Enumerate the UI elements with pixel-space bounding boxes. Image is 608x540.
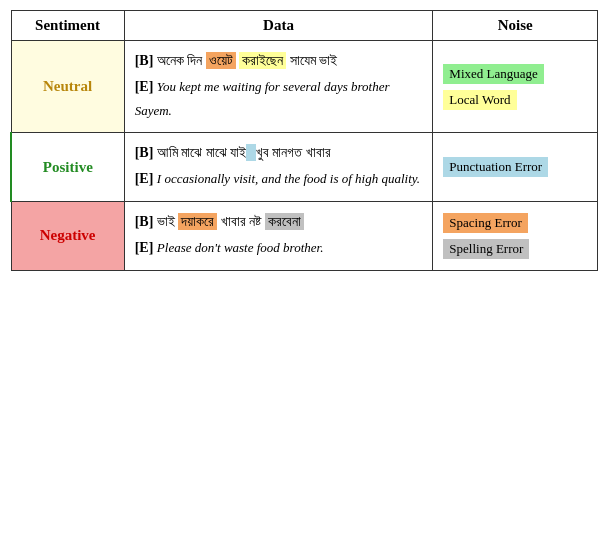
noise-cell: Mixed LanguageLocal Word <box>433 41 598 133</box>
noise-tag: Mixed Language <box>443 64 543 84</box>
main-table: Sentiment Data Noise Neutral[B] অনেক দিন… <box>10 10 598 271</box>
sentiment-cell: Negative <box>11 201 124 270</box>
noise-tag: Local Word <box>443 90 516 110</box>
data-cell: [B] ভাই দয়াকরে খাবার নষ্ট করবেনা[E] Ple… <box>124 201 433 270</box>
header-data: Data <box>124 11 433 41</box>
table-row: Negative[B] ভাই দয়াকরে খাবার নষ্ট করবেন… <box>11 201 598 270</box>
table-row: Positive[B] আমি মাঝে মাঝে যাই খুব মানগত … <box>11 133 598 202</box>
data-line: [E] Please don't waste food brother. <box>135 236 423 260</box>
noise-tag: Spacing Error <box>443 213 528 233</box>
noise-tag: Punctuation Error <box>443 157 548 177</box>
header-sentiment: Sentiment <box>11 11 124 41</box>
noise-cell: Punctuation Error <box>433 133 598 202</box>
data-line: [E] You kept me waiting for several days… <box>135 75 423 123</box>
data-line: [E] I occasionally visit, and the food i… <box>135 167 423 191</box>
data-line: [B] ভাই দয়াকরে খাবার নষ্ট করবেনা <box>135 210 423 234</box>
sentiment-cell: Neutral <box>11 41 124 133</box>
noise-cell: Spacing ErrorSpelling Error <box>433 201 598 270</box>
sentiment-cell: Positive <box>11 133 124 202</box>
data-line: [B] অনেক দিন ওয়েট করাইছেন সাযেম ভাই <box>135 49 423 73</box>
table-row: Neutral[B] অনেক দিন ওয়েট করাইছেন সাযেম … <box>11 41 598 133</box>
data-line: [B] আমি মাঝে মাঝে যাই খুব মানগত খাবার <box>135 141 423 165</box>
data-cell: [B] আমি মাঝে মাঝে যাই খুব মানগত খাবার[E]… <box>124 133 433 202</box>
header-noise: Noise <box>433 11 598 41</box>
data-cell: [B] অনেক দিন ওয়েট করাইছেন সাযেম ভাই[E] … <box>124 41 433 133</box>
noise-tag: Spelling Error <box>443 239 529 259</box>
